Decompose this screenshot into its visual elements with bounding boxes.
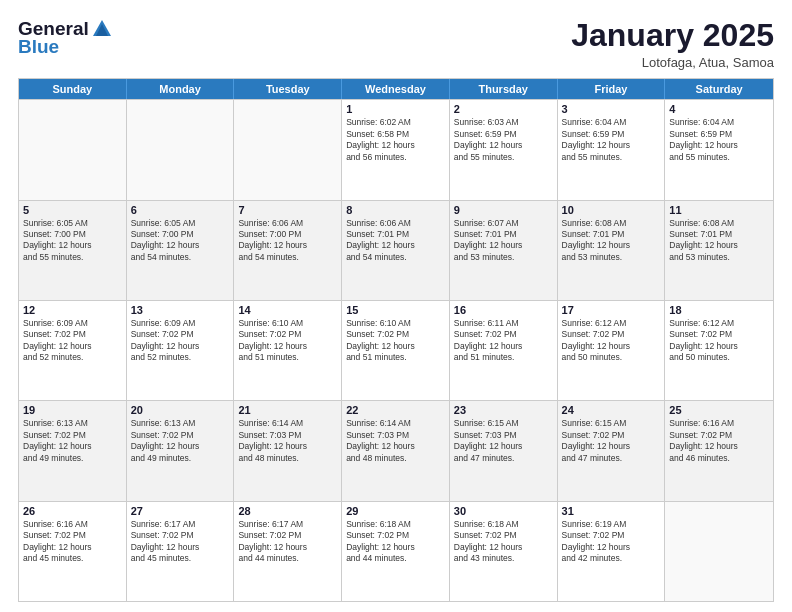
cal-cell: 19Sunrise: 6:13 AM Sunset: 7:02 PM Dayli… <box>19 401 127 500</box>
day-number: 20 <box>131 404 230 416</box>
cell-info: Sunrise: 6:18 AM Sunset: 7:02 PM Dayligh… <box>454 519 553 565</box>
header-day-wednesday: Wednesday <box>342 79 450 99</box>
location: Lotofaga, Atua, Samoa <box>571 55 774 70</box>
month-title: January 2025 <box>571 18 774 53</box>
day-number: 23 <box>454 404 553 416</box>
day-number: 25 <box>669 404 769 416</box>
title-block: January 2025 Lotofaga, Atua, Samoa <box>571 18 774 70</box>
cal-cell: 31Sunrise: 6:19 AM Sunset: 7:02 PM Dayli… <box>558 502 666 601</box>
header-day-monday: Monday <box>127 79 235 99</box>
day-number: 15 <box>346 304 445 316</box>
cell-info: Sunrise: 6:17 AM Sunset: 7:02 PM Dayligh… <box>238 519 337 565</box>
cal-cell: 13Sunrise: 6:09 AM Sunset: 7:02 PM Dayli… <box>127 301 235 400</box>
cal-cell: 20Sunrise: 6:13 AM Sunset: 7:02 PM Dayli… <box>127 401 235 500</box>
cell-info: Sunrise: 6:04 AM Sunset: 6:59 PM Dayligh… <box>562 117 661 163</box>
day-number: 21 <box>238 404 337 416</box>
day-number: 1 <box>346 103 445 115</box>
day-number: 10 <box>562 204 661 216</box>
day-number: 17 <box>562 304 661 316</box>
cell-info: Sunrise: 6:02 AM Sunset: 6:58 PM Dayligh… <box>346 117 445 163</box>
cal-cell: 10Sunrise: 6:08 AM Sunset: 7:01 PM Dayli… <box>558 201 666 300</box>
header-day-saturday: Saturday <box>665 79 773 99</box>
cell-info: Sunrise: 6:16 AM Sunset: 7:02 PM Dayligh… <box>669 418 769 464</box>
day-number: 6 <box>131 204 230 216</box>
cell-info: Sunrise: 6:05 AM Sunset: 7:00 PM Dayligh… <box>23 218 122 264</box>
cal-cell <box>234 100 342 199</box>
cell-info: Sunrise: 6:08 AM Sunset: 7:01 PM Dayligh… <box>562 218 661 264</box>
cal-cell: 8Sunrise: 6:06 AM Sunset: 7:01 PM Daylig… <box>342 201 450 300</box>
day-number: 2 <box>454 103 553 115</box>
cal-cell: 6Sunrise: 6:05 AM Sunset: 7:00 PM Daylig… <box>127 201 235 300</box>
logo-icon <box>91 18 113 40</box>
header: General Blue January 2025 Lotofaga, Atua… <box>18 18 774 70</box>
cal-cell: 5Sunrise: 6:05 AM Sunset: 7:00 PM Daylig… <box>19 201 127 300</box>
day-number: 18 <box>669 304 769 316</box>
page: General Blue January 2025 Lotofaga, Atua… <box>0 0 792 612</box>
cell-info: Sunrise: 6:11 AM Sunset: 7:02 PM Dayligh… <box>454 318 553 364</box>
cell-info: Sunrise: 6:04 AM Sunset: 6:59 PM Dayligh… <box>669 117 769 163</box>
logo: General Blue <box>18 18 113 58</box>
cal-cell: 29Sunrise: 6:18 AM Sunset: 7:02 PM Dayli… <box>342 502 450 601</box>
cal-cell <box>665 502 773 601</box>
header-day-friday: Friday <box>558 79 666 99</box>
header-day-sunday: Sunday <box>19 79 127 99</box>
cal-cell: 1Sunrise: 6:02 AM Sunset: 6:58 PM Daylig… <box>342 100 450 199</box>
cell-info: Sunrise: 6:06 AM Sunset: 7:00 PM Dayligh… <box>238 218 337 264</box>
day-number: 19 <box>23 404 122 416</box>
cal-cell: 12Sunrise: 6:09 AM Sunset: 7:02 PM Dayli… <box>19 301 127 400</box>
calendar-header: SundayMondayTuesdayWednesdayThursdayFrid… <box>19 79 773 99</box>
cell-info: Sunrise: 6:10 AM Sunset: 7:02 PM Dayligh… <box>346 318 445 364</box>
day-number: 4 <box>669 103 769 115</box>
cal-cell: 27Sunrise: 6:17 AM Sunset: 7:02 PM Dayli… <box>127 502 235 601</box>
cal-cell: 14Sunrise: 6:10 AM Sunset: 7:02 PM Dayli… <box>234 301 342 400</box>
cell-info: Sunrise: 6:05 AM Sunset: 7:00 PM Dayligh… <box>131 218 230 264</box>
cell-info: Sunrise: 6:15 AM Sunset: 7:02 PM Dayligh… <box>562 418 661 464</box>
cal-cell: 3Sunrise: 6:04 AM Sunset: 6:59 PM Daylig… <box>558 100 666 199</box>
cell-info: Sunrise: 6:09 AM Sunset: 7:02 PM Dayligh… <box>131 318 230 364</box>
cell-info: Sunrise: 6:08 AM Sunset: 7:01 PM Dayligh… <box>669 218 769 264</box>
cell-info: Sunrise: 6:14 AM Sunset: 7:03 PM Dayligh… <box>238 418 337 464</box>
day-number: 29 <box>346 505 445 517</box>
cal-cell: 18Sunrise: 6:12 AM Sunset: 7:02 PM Dayli… <box>665 301 773 400</box>
header-day-tuesday: Tuesday <box>234 79 342 99</box>
cal-cell: 15Sunrise: 6:10 AM Sunset: 7:02 PM Dayli… <box>342 301 450 400</box>
calendar-body: 1Sunrise: 6:02 AM Sunset: 6:58 PM Daylig… <box>19 99 773 601</box>
cell-info: Sunrise: 6:07 AM Sunset: 7:01 PM Dayligh… <box>454 218 553 264</box>
cal-cell: 7Sunrise: 6:06 AM Sunset: 7:00 PM Daylig… <box>234 201 342 300</box>
week-row-3: 19Sunrise: 6:13 AM Sunset: 7:02 PM Dayli… <box>19 400 773 500</box>
day-number: 8 <box>346 204 445 216</box>
cell-info: Sunrise: 6:12 AM Sunset: 7:02 PM Dayligh… <box>669 318 769 364</box>
cell-info: Sunrise: 6:12 AM Sunset: 7:02 PM Dayligh… <box>562 318 661 364</box>
cell-info: Sunrise: 6:19 AM Sunset: 7:02 PM Dayligh… <box>562 519 661 565</box>
cal-cell: 11Sunrise: 6:08 AM Sunset: 7:01 PM Dayli… <box>665 201 773 300</box>
cal-cell: 21Sunrise: 6:14 AM Sunset: 7:03 PM Dayli… <box>234 401 342 500</box>
week-row-0: 1Sunrise: 6:02 AM Sunset: 6:58 PM Daylig… <box>19 99 773 199</box>
cell-info: Sunrise: 6:17 AM Sunset: 7:02 PM Dayligh… <box>131 519 230 565</box>
cell-info: Sunrise: 6:13 AM Sunset: 7:02 PM Dayligh… <box>23 418 122 464</box>
cell-info: Sunrise: 6:16 AM Sunset: 7:02 PM Dayligh… <box>23 519 122 565</box>
header-day-thursday: Thursday <box>450 79 558 99</box>
cal-cell: 2Sunrise: 6:03 AM Sunset: 6:59 PM Daylig… <box>450 100 558 199</box>
cal-cell: 16Sunrise: 6:11 AM Sunset: 7:02 PM Dayli… <box>450 301 558 400</box>
cal-cell: 25Sunrise: 6:16 AM Sunset: 7:02 PM Dayli… <box>665 401 773 500</box>
day-number: 12 <box>23 304 122 316</box>
day-number: 16 <box>454 304 553 316</box>
cal-cell: 30Sunrise: 6:18 AM Sunset: 7:02 PM Dayli… <box>450 502 558 601</box>
cell-info: Sunrise: 6:03 AM Sunset: 6:59 PM Dayligh… <box>454 117 553 163</box>
day-number: 14 <box>238 304 337 316</box>
week-row-2: 12Sunrise: 6:09 AM Sunset: 7:02 PM Dayli… <box>19 300 773 400</box>
logo-blue: Blue <box>18 37 113 58</box>
day-number: 26 <box>23 505 122 517</box>
cal-cell: 23Sunrise: 6:15 AM Sunset: 7:03 PM Dayli… <box>450 401 558 500</box>
day-number: 22 <box>346 404 445 416</box>
day-number: 3 <box>562 103 661 115</box>
cell-info: Sunrise: 6:09 AM Sunset: 7:02 PM Dayligh… <box>23 318 122 364</box>
day-number: 13 <box>131 304 230 316</box>
cal-cell: 26Sunrise: 6:16 AM Sunset: 7:02 PM Dayli… <box>19 502 127 601</box>
day-number: 28 <box>238 505 337 517</box>
day-number: 5 <box>23 204 122 216</box>
day-number: 24 <box>562 404 661 416</box>
cell-info: Sunrise: 6:10 AM Sunset: 7:02 PM Dayligh… <box>238 318 337 364</box>
cell-info: Sunrise: 6:15 AM Sunset: 7:03 PM Dayligh… <box>454 418 553 464</box>
cal-cell: 28Sunrise: 6:17 AM Sunset: 7:02 PM Dayli… <box>234 502 342 601</box>
